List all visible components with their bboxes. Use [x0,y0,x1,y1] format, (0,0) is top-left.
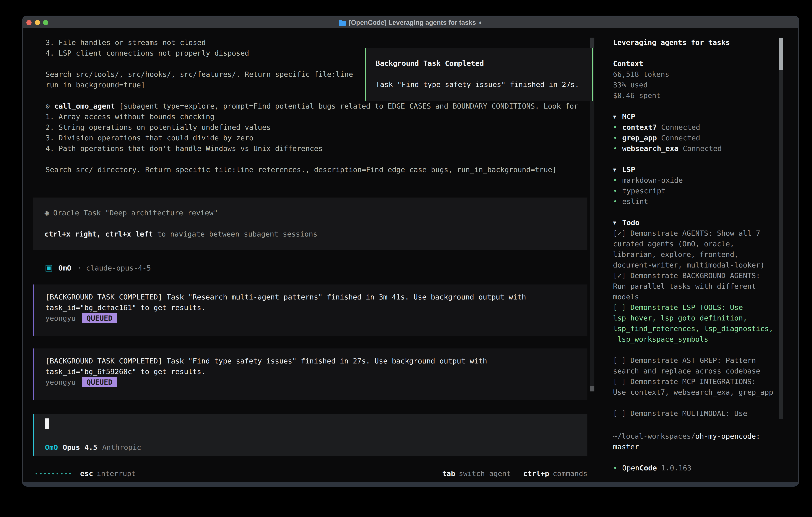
shortcut-keys: ctrl+x right, ctrl+x left [45,230,153,238]
mcp-item: • context7 Connected [613,122,798,133]
git-branch: master [613,441,798,452]
tab-key-label: switch agent [459,469,511,478]
active-agent-label[interactable]: OmO [45,443,58,452]
toast-title: Background Task Completed [376,58,592,69]
terminal-line: 2. String operations on potentially unde… [46,122,578,133]
terminal-content: 3. File handles or streams not closed 4.… [23,28,798,482]
bullet-icon: • [613,463,622,473]
bullet-icon: • [613,143,622,154]
lsp-item: • typescript [613,186,798,196]
message-text: task_id="bg_dcfac161" to get results. [46,302,587,313]
window-title-group: [OpenCode] Leveraging agents for tasks ◐ [339,19,483,26]
close-button[interactable] [26,20,32,25]
terminal-window: [OpenCode] Leveraging agents for tasks ◐… [22,16,799,487]
maximize-button[interactable] [43,20,48,25]
message-user: yeongyu [46,314,76,322]
todo-line-active: [ ] Demonstrate LSP TOOLS: Use [613,302,798,313]
agent-header: OmO · claude-opus-4-5 [46,263,151,273]
terminal-line: Search src/ directory. Return specific f… [46,164,578,175]
bullet-icon: • [613,133,622,143]
workspace-path: ~/local-workspaces/oh-my-opencode: [613,431,798,441]
session-sidebar: Leveraging agents for tasks Context 66,5… [596,28,798,482]
sidebar-scrollbar[interactable] [779,37,783,419]
chevron-down-icon: ▼ [613,164,622,175]
status-badge: QUEUED [82,313,117,323]
gear-icon: ⚙ [46,102,50,110]
status-badge: QUEUED [82,377,117,387]
bullet-icon: • [613,175,622,186]
minimize-button[interactable] [35,20,40,25]
background-task-message: [BACKGROUND TASK COMPLETED] Task "Resear… [33,284,587,336]
todo-line: [✓] Demonstrate AGENTS: Show all 7 [613,228,798,239]
active-model-label[interactable]: Opus 4.5 [63,443,97,452]
oracle-task-box: ◉ Oracle Task "Deep architecture review"… [33,197,587,250]
todo-section-header[interactable]: ▼ Todo [613,217,798,228]
terminal-line: 3. Division operations that could divide… [46,133,578,143]
tool-args: [subagent_type=explore, prompt=Find pote… [115,102,578,110]
context-tokens: 66,518 tokens [613,69,798,80]
mcp-status [657,122,661,133]
mcp-section-header[interactable]: ▼ MCP [613,111,798,122]
chat-scrollbar-endcap [590,386,594,391]
bullet-icon: • [613,186,622,196]
prompt-input[interactable]: OmO Opus 4.5 Anthropic [33,414,587,456]
todo-line-active: lsp_find_references, lsp_diagnostics, [613,323,798,334]
todo-line: [ ] Demonstrate MULTIMODAL: Use [613,408,798,419]
todo-line: models [613,292,798,302]
tool-call-line: ⚙ call_omo_agent [subagent_type=explore,… [46,101,578,111]
message-text: task_id="bg_6f59260c" to get results. [46,366,587,377]
titlebar[interactable]: [OpenCode] Leveraging agents for tasks ◐ [23,17,798,28]
terminal-line [46,154,578,164]
status-bar: esc interrupt tab switch agent ctrl+p co… [35,468,587,479]
bullet-icon: • [613,196,622,207]
ctrlp-key-label: commands [553,469,587,478]
agent-model: · claude-opus-4-5 [77,264,151,272]
mcp-item: • websearch_exa Connected [613,143,798,154]
todo-line: [✓] Demonstrate BACKGROUND AGENTS: [613,270,798,281]
version-row: • OpenCode 1.0.163 [613,463,798,473]
folder-icon [339,19,346,26]
oracle-icon: ◉ [45,209,49,217]
context-used: 33% used [613,80,798,90]
oracle-task-title: ◉ Oracle Task "Deep architecture review" [45,208,587,218]
session-title: Leveraging agents for tasks [613,37,798,48]
oracle-shortcut-hint: ctrl+x right, ctrl+x left to navigate be… [45,229,587,239]
esc-key-hint: esc [80,469,93,478]
window-title: [OpenCode] Leveraging agents for tasks [349,19,476,26]
context-spent: $0.46 spent [613,90,798,101]
bullet-icon: • [613,122,622,133]
tool-name: call_omo_agent [54,102,115,110]
traffic-lights [26,17,48,28]
version-number: 1.0.163 [661,463,692,473]
chevron-down-icon: ▼ [613,111,622,122]
terminal-line: 1. Array access without bounds checking [46,111,578,122]
todo-line: document-writer, multimodal-looker) [613,260,798,270]
todo-line: Use context7, websearch_exa, grep_app [613,387,798,398]
todo-line: librarian, explore, frontend, [613,249,798,260]
message-user: yeongyu [46,378,76,386]
esc-key-label: interrupt [97,469,136,478]
chevron-down-icon: ▼ [613,217,622,228]
message-text: [BACKGROUND TASK COMPLETED] Task "Resear… [46,292,587,302]
chat-pane: 3. File handles or streams not closed 4.… [23,28,596,482]
sidebar-scrollbar-thumb[interactable] [779,38,783,70]
lsp-item: • markdown-oxide [613,175,798,186]
toast-body: Task "Find type safety issues" finished … [376,79,592,90]
chat-scrollbar-thumb[interactable] [590,37,594,48]
todo-line: [ ] Demonstrate MCP INTEGRATIONS: [613,376,798,387]
context-header: Context [613,58,798,69]
model-row: OmO Opus 4.5 Anthropic [45,442,141,453]
todo-line: [ ] Demonstrate AST-GREP: Pattern [613,355,798,366]
session-indicator-icon: ◐ [479,19,483,26]
background-task-toast: Background Task Completed Task "Find typ… [365,48,593,101]
todo-line: search and replace across codebase [613,366,798,376]
todo-line-active: lsp_hover, lsp_goto_definition, [613,313,798,323]
text-cursor [45,418,49,429]
lsp-section-header[interactable]: ▼ LSP [613,164,798,175]
terminal-line: 4. Path operations that don't handle Win… [46,143,578,154]
agent-icon [46,265,52,272]
working-spinner-icon [35,472,71,474]
lsp-item: • eslint [613,196,798,207]
background-task-message: [BACKGROUND TASK COMPLETED] Task "Find t… [33,349,587,400]
agent-name: OmO [58,264,71,272]
